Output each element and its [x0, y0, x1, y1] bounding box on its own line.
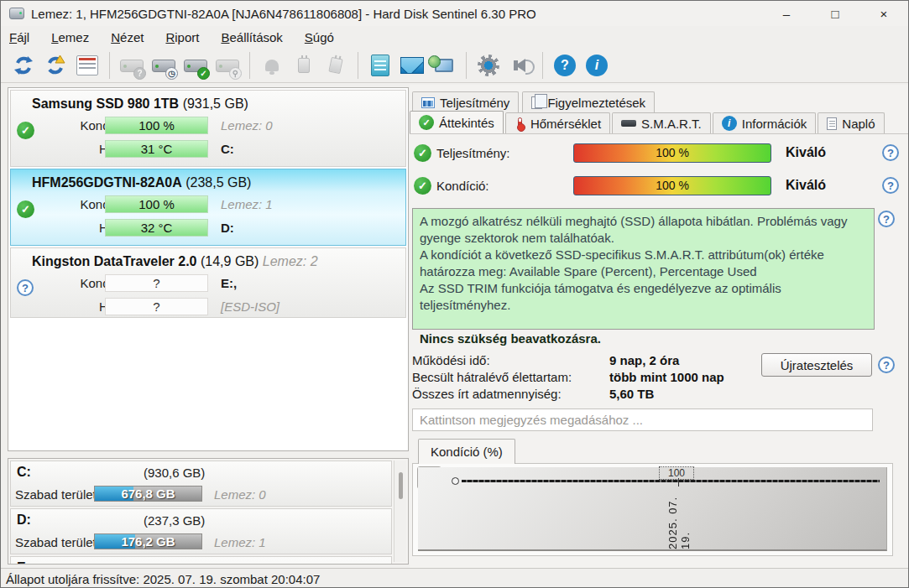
refresh-icon[interactable]	[9, 52, 38, 79]
network-icon[interactable]	[430, 52, 458, 79]
last-updated-text: Állapot utoljára frissítve: 2025. 07. 19…	[6, 572, 320, 586]
status-line: Az SSD TRIM funkciója támogatva és enged…	[420, 280, 867, 314]
close-button[interactable]: ×	[859, 1, 908, 26]
free-space-bar: 176,2 GB	[94, 533, 202, 549]
disk-schedule-icon[interactable]: ◷	[149, 52, 178, 79]
menu-riport[interactable]: Riport	[165, 30, 199, 44]
free-space-value: 676,8 GB	[95, 487, 201, 501]
disk-entry-kingston[interactable]: Kingston DataTraveler 2.0 (14,9 GB) Leme…	[10, 247, 406, 318]
temperature-bar: ?	[105, 298, 208, 315]
help-icon[interactable]: ?	[551, 52, 579, 79]
free-space-label: Szabad terület	[15, 487, 97, 502]
performance-chart-icon	[421, 97, 435, 108]
menu-nezet[interactable]: Nézet	[111, 30, 144, 44]
status-line: A mozgó alkatrész nélküli meghajtó (SSD)…	[420, 213, 867, 247]
disk-entry-samsung[interactable]: Samsung SSD 980 1TB (931,5 GB) ✓ Kondíci…	[10, 90, 406, 167]
condition-row: ✓ Kondíció: 100 % Kiváló ?	[414, 176, 905, 196]
toolbar: ? ◷ ✓ ⚲ ? i	[1, 49, 908, 83]
performance-ok-icon: ✓	[414, 144, 431, 162]
partition-scrollbar[interactable]	[394, 461, 406, 562]
menu-lemez[interactable]: Lemez	[51, 30, 89, 44]
alert-bell-icon[interactable]	[258, 52, 286, 79]
email-icon[interactable]	[398, 52, 426, 79]
help-icon[interactable]: ?	[882, 144, 899, 161]
toolbar-separator	[109, 52, 110, 79]
scrollbar-thumb[interactable]	[399, 472, 403, 499]
disk-surface-test-icon[interactable]: ⚲	[213, 52, 242, 79]
partition-size: (930,6 GB)	[144, 466, 205, 480]
menu-sugo[interactable]: Súgó	[305, 30, 334, 44]
partition-entry-e[interactable]: E: (2 GB)	[10, 556, 392, 565]
info-icon[interactable]: i	[582, 52, 611, 79]
menu-beallitasok[interactable]: Beállítások	[221, 30, 282, 44]
drive-letters: D:	[221, 221, 234, 235]
partition-size: (2 GB)	[144, 561, 180, 565]
volume-label: [ESD-ISO]	[221, 299, 279, 314]
toolbar-separator	[542, 52, 543, 79]
tab-figyelmeztetesek[interactable]: Figyelmeztetések	[522, 91, 655, 112]
condition-ok-icon: ✓	[414, 177, 431, 195]
tab-attekintes[interactable]: ✓ Áttekintés	[410, 111, 504, 133]
partition-entry-c[interactable]: C: (930,6 GB) Szabad terület 676,8 GB Le…	[10, 461, 392, 507]
condition-chart-tab[interactable]: Kondíció (%)	[418, 439, 515, 464]
tab-teljesitmeny[interactable]: Teljesítmény	[412, 91, 519, 112]
sound-icon[interactable]	[506, 52, 535, 79]
comment-input[interactable]	[412, 408, 873, 431]
partition-letter: C:	[17, 465, 31, 480]
tab-informaciok[interactable]: i Információk	[713, 112, 817, 133]
written-row: Összes írt adatmennyiség: 5,60 TB	[412, 387, 765, 403]
disk-number-label: Lemez: 0	[221, 118, 273, 133]
status-bar: Állapot utoljára frissítve: 2025. 07. 19…	[1, 568, 908, 588]
chart-start-marker	[452, 477, 459, 485]
app-icon	[9, 8, 24, 19]
tab-smart[interactable]: S.M.A.R.T.	[612, 112, 711, 133]
disk-ok-icon[interactable]: ✓	[181, 52, 210, 79]
lifetime-label: Becsült hátralévő élettartam:	[412, 370, 572, 384]
disk-title: HFM256GDGTNI-82A0A (238,5 GB)	[32, 175, 251, 190]
disk-list: Samsung SSD 980 1TB (931,5 GB) ✓ Kondíci…	[8, 87, 409, 451]
disk-entry-hfm256-selected[interactable]: HFM256GDGTNI-82A0A (238,5 GB) ✓ Kondíció…	[10, 169, 406, 246]
help-icon[interactable]: ?	[878, 356, 895, 373]
disk-title: Kingston DataTraveler 2.0 (14,9 GB) Leme…	[32, 254, 318, 269]
tab-naplo[interactable]: Napló	[818, 112, 884, 133]
disk-number-label: Lemez: 1	[221, 197, 273, 211]
title-bar: Lemez: 1, HFM256GDGTNI-82A0A [NJA6N47861…	[1, 1, 908, 26]
performance-meter: 100 %	[573, 143, 771, 163]
retest-button[interactable]: Újratesztelés	[761, 353, 872, 377]
free-space-value: 176,2 GB	[95, 534, 201, 549]
uptime-label: Működési idő:	[412, 353, 490, 367]
help-icon[interactable]: ?	[882, 177, 899, 194]
temperature-bar: 31 °C	[105, 140, 208, 158]
chart-axis-tick	[678, 478, 679, 487]
free-space-label: Szabad terület	[15, 535, 97, 549]
disk-title: Samsung SSD 980 1TB (931,5 GB)	[32, 96, 248, 112]
partition-entry-d[interactable]: D: (237,3 GB) Szabad terület 176,2 GB Le…	[10, 508, 392, 554]
usb-eject-icon[interactable]	[321, 52, 350, 79]
performance-label: Teljesítmény:	[436, 146, 510, 160]
lifetime-row: Becsült hátralévő élettartam: több mint …	[412, 370, 765, 387]
usb-connect-icon[interactable]	[290, 52, 318, 79]
minimize-button[interactable]: –	[762, 1, 811, 26]
toolbar-separator	[466, 52, 467, 79]
help-icon[interactable]: ?	[878, 211, 895, 227]
report-document-icon[interactable]	[73, 52, 102, 79]
warnings-icon	[531, 96, 542, 109]
disk-status-unknown-icon: ?	[17, 279, 34, 296]
health-status-box: A mozgó alkatrész nélküli meghajtó (SSD)…	[412, 208, 875, 330]
disk-test-icon[interactable]: ?	[118, 52, 146, 79]
overview-check-icon: ✓	[419, 115, 434, 130]
condition-meter: 100 %	[573, 176, 771, 195]
performance-row: ✓ Teljesítmény: 100 % Kiváló ?	[414, 143, 905, 164]
main-tab-row: ✓ Áttekintés Hőmérséklet S.M.A.R.T. i In…	[410, 112, 885, 133]
condition-label: Kondíció:	[436, 179, 489, 193]
tab-homerseklet[interactable]: Hőmérséklet	[505, 112, 610, 133]
menu-fajl[interactable]: Fájl	[9, 30, 29, 44]
settings-gear-icon[interactable]	[474, 52, 503, 79]
refresh-warning-icon[interactable]	[41, 52, 70, 79]
notes-icon[interactable]	[366, 52, 394, 79]
condition-chart: 100 2025. 07. 19.	[412, 463, 893, 556]
condition-bar: ?	[105, 274, 208, 292]
disk-status-ok-icon: ✓	[17, 200, 34, 218]
maximize-button[interactable]: □	[811, 1, 859, 26]
thermometer-icon	[518, 117, 522, 130]
